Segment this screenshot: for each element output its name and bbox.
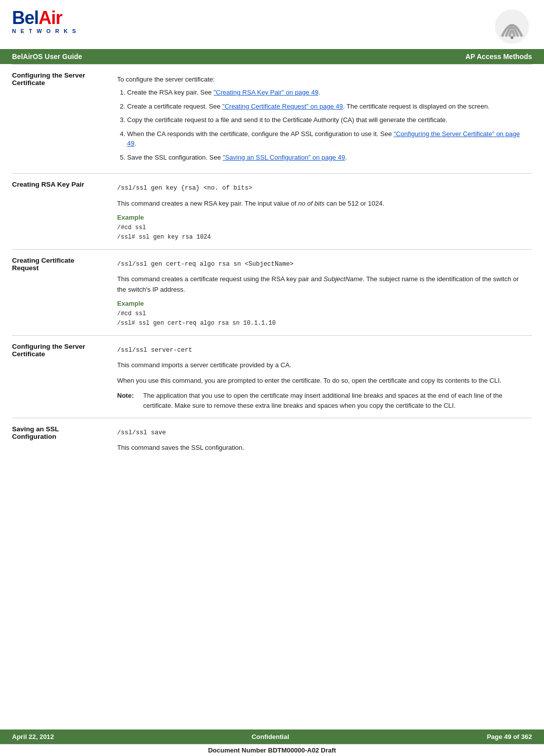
section-heading-server-cert: Configuring the Server Certificate [12,336,112,418]
logo-subtitle: N E T W O R K S [12,28,78,34]
content-table: Configuring the Server Certificate To co… [12,64,532,460]
rsa-command: /ssl/ssl gen key {rsa} <no. of bits> [117,184,527,193]
link-rsa-key-pair[interactable]: "Creating RSA Key Pair" on page 49 [214,89,318,96]
server-cert-command: /ssl/ssl server-cert [117,346,527,355]
saving-ssl-command: /ssl/ssl save [117,428,527,438]
step-3: Copy the certificate request to a file a… [127,115,527,125]
cert-request-example-label: Example [117,300,527,307]
server-cert-desc1: This command imports a server certificat… [117,360,527,370]
footer-doc-number: Document Number BDTM00000-A02 Draft [0,744,544,756]
footer-date: April 22, 2012 [12,733,54,740]
cert-request-command: /ssl/ssl gen cert-req algo rsa sn <Subje… [117,260,527,269]
rsa-description: This command creates a new RSA key pair.… [117,199,527,209]
section-content-cert-request: /ssl/ssl gen cert-req algo rsa sn <Subje… [112,250,532,336]
section-rsa-row: Creating RSA Key Pair /ssl/ssl gen key {… [12,174,532,250]
belair-logo: BelAir N E T W O R K S [12,9,78,34]
main-content: Configuring the Server Certificate To co… [0,64,544,460]
logo-air: Air [39,8,62,28]
note-text: The application that you use to open the… [143,391,527,411]
link-cert-request[interactable]: "Creating Certificate Request" on page 4… [222,103,343,110]
step-1: Create the RSA key pair. See "Creating R… [127,88,527,98]
server-cert-note: Note: The application that you use to op… [117,391,527,411]
step-2: Create a certificate request. See "Creat… [127,102,527,112]
section-cert-request-row: Creating Certificate Request /ssl/ssl ge… [12,250,532,336]
logo-bel: Bel [12,8,39,28]
section-content-saving-ssl: /ssl/ssl save This command saves the SSL… [112,418,532,460]
link-configuring-cert[interactable]: "Configuring the Server Certificate" on … [127,130,520,148]
footer-page: Page 49 of 362 [487,733,532,740]
cert-request-description: This command creates a certificate reque… [117,274,527,294]
section-heading-saving-ssl: Saving an SSL Configuration [12,418,112,460]
step-5: Save the SSL configuration. See "Saving … [127,153,527,163]
footer: April 22, 2012 Confidential Page 49 of 3… [0,729,544,756]
section-heading-rsa: Creating RSA Key Pair [12,174,112,250]
guide-title: BelAirOS User Guide [12,53,82,61]
saving-ssl-desc: This command saves the SSL configuration… [117,443,527,453]
page-header: BelAir N E T W O R K S [0,0,544,49]
svg-point-1 [510,36,513,39]
section-content-rsa: /ssl/ssl gen key {rsa} <no. of bits> Thi… [112,174,532,250]
rsa-example-label: Example [117,214,527,221]
note-label: Note: [117,391,138,411]
section-intro-row: Configuring the Server Certificate To co… [12,65,532,174]
section-heading-configuring-intro: Configuring the Server Certificate [12,65,112,174]
section-saving-ssl-row: Saving an SSL Configuration /ssl/ssl sav… [12,418,532,460]
logo-text: BelAir [12,9,62,27]
step-4: When the CA responds with the certificat… [127,129,527,149]
server-cert-desc2: When you use this command, you are promp… [117,376,527,386]
footer-bar: April 22, 2012 Confidential Page 49 of 3… [0,729,544,744]
guide-section: AP Access Methods [465,53,532,61]
section-content-configuring-intro: To configure the server certificate: Cre… [112,65,532,174]
rsa-example-code: /#cd ssl/ssl# ssl gen key rsa 1024 [117,223,527,242]
right-logo-icon [492,9,532,44]
link-saving-ssl[interactable]: "Saving an SSL Configuration" on page 49 [223,154,345,161]
cert-request-example-code: /#cd ssl/ssl# ssl gen cert-req algo rsa … [117,309,527,328]
section-content-server-cert: /ssl/ssl server-cert This command import… [112,336,532,418]
footer-confidential: Confidential [252,733,289,740]
section-heading-cert-request: Creating Certificate Request [12,250,112,336]
footer-doc-text: Document Number BDTM00000-A02 Draft [208,746,336,754]
nav-bar: BelAirOS User Guide AP Access Methods [0,49,544,64]
steps-list: Create the RSA key pair. See "Creating R… [127,88,527,162]
section-server-cert-row: Configuring the Server Certificate /ssl/… [12,336,532,418]
